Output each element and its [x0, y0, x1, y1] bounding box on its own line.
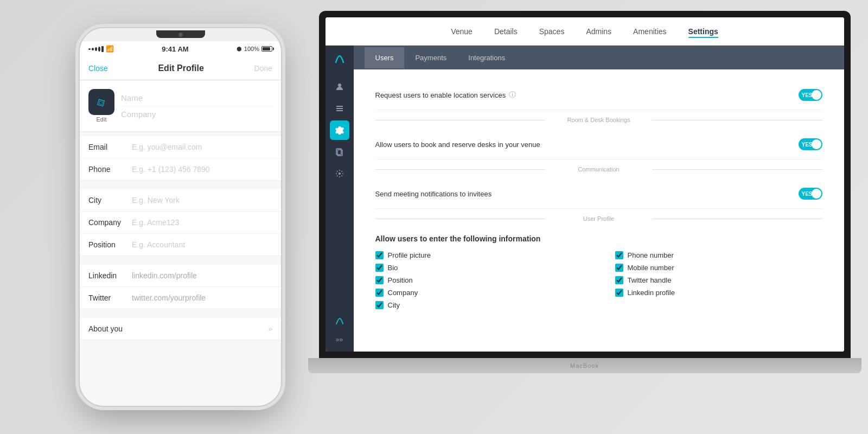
sub-tabs: Users Payments Integrations: [354, 46, 844, 69]
iphone-contact-section: Email E.g. you@email.com Phone E.g. +1 (…: [80, 136, 281, 181]
sidebar-icon-gear[interactable]: [330, 164, 349, 183]
sidebar-icon-list[interactable]: [330, 99, 349, 118]
macbook-base: [308, 358, 861, 373]
checkbox-company-input[interactable]: [375, 289, 384, 297]
sub-tab-integrations[interactable]: Integrations: [457, 47, 516, 68]
iphone-phone-input[interactable]: E.g. +1 (123) 456 7890: [132, 165, 272, 174]
location-setting-row: Request users to enable location service…: [375, 80, 822, 110]
checkbox-phone-number-input[interactable]: [615, 251, 623, 259]
checkbox-right-col: Phone number Mobile number Twitter handl…: [615, 251, 822, 309]
room-desk-setting-label: Allow users to book and reserve desks in…: [375, 141, 540, 149]
iphone-about-row[interactable]: About you »: [80, 318, 281, 340]
iphone-name-placeholder[interactable]: Name: [121, 90, 272, 106]
sidebar: »»: [326, 46, 354, 352]
iphone-email-input[interactable]: E.g. you@email.com: [132, 143, 272, 151]
checkbox-city-input[interactable]: [375, 301, 384, 309]
nav-amenities[interactable]: Amenities: [633, 25, 666, 38]
nav-admins[interactable]: Admins: [586, 25, 611, 38]
nav-venue[interactable]: Venue: [451, 25, 473, 38]
sub-tab-users[interactable]: Users: [365, 47, 405, 68]
iphone-status-bar: 📶 9:41 AM ⬢ 100%: [80, 41, 281, 56]
iphone-company-input[interactable]: E.g. Acme123: [132, 218, 272, 227]
iphone-done-button[interactable]: Done: [254, 64, 272, 73]
iphone-city-input[interactable]: E.g. New York: [132, 196, 272, 205]
checkbox-mobile-number: Mobile number: [615, 264, 822, 272]
svg-rect-1: [336, 106, 343, 107]
checkbox-phone-number-label: Phone number: [628, 251, 674, 259]
checkbox-profile-picture-label: Profile picture: [388, 251, 431, 259]
main-content: Users Payments Integrations Request user…: [354, 46, 844, 352]
checkbox-phone-number: Phone number: [615, 251, 822, 259]
checkbox-twitter-handle-input[interactable]: [615, 276, 623, 284]
iphone-twitter-row: Twitter twitter.com/yourprofile: [80, 287, 281, 309]
sub-tab-payments[interactable]: Payments: [404, 47, 457, 68]
checkbox-bio-input[interactable]: [375, 264, 384, 272]
battery-percent: 100%: [244, 46, 259, 52]
svg-rect-3: [336, 110, 343, 111]
iphone-name-fields: Name Company: [121, 90, 272, 122]
iphone-about-section: About you »: [80, 318, 281, 340]
macbook-device: Venue Details Spaces Admins Amenities Se…: [301, 0, 868, 434]
info-icon: ⓘ: [509, 90, 516, 100]
checkbox-twitter-handle: Twitter handle: [615, 276, 822, 284]
battery-icon: [261, 46, 272, 52]
iphone-edit-label[interactable]: Edit: [97, 116, 107, 123]
room-desk-toggle[interactable]: YES: [799, 138, 822, 150]
svg-point-6: [339, 173, 341, 175]
communication-toggle[interactable]: YES: [799, 188, 822, 200]
nav-settings[interactable]: Settings: [688, 25, 718, 38]
checkbox-profile-picture-input[interactable]: [375, 251, 384, 259]
svg-point-0: [338, 84, 341, 87]
iphone-linkedin-row: Linkedin linkedin.com/profile: [80, 265, 281, 287]
iphone-avatar[interactable]: ⧈: [88, 89, 114, 115]
iphone-about-label: About you: [88, 324, 132, 333]
communication-section-divider: Communication: [375, 159, 822, 179]
checkbox-mobile-number-input[interactable]: [615, 264, 623, 272]
checkbox-position-input[interactable]: [375, 276, 384, 284]
settings-content: Request users to enable location service…: [354, 69, 844, 352]
status-right-group: ⬢ 100%: [237, 46, 272, 53]
iphone-city-label: City: [88, 196, 132, 205]
bluetooth-icon: ⬢: [237, 46, 242, 53]
iphone-app-header: Close Edit Profile Done: [80, 56, 281, 80]
iphone-position-input[interactable]: E.g. Accountant: [132, 240, 272, 249]
sidebar-expand-icon[interactable]: »»: [330, 333, 349, 346]
iphone-profile-section: ⧈ Edit Name Company: [80, 80, 281, 132]
nav-spaces[interactable]: Spaces: [539, 25, 565, 38]
iphone-location-section: City E.g. New York Company E.g. Acme123 …: [80, 189, 281, 256]
sidebar-icon-settings[interactable]: [330, 120, 349, 140]
iphone-phone-row: Phone E.g. +1 (123) 456 7890: [80, 158, 281, 181]
room-desk-toggle-track[interactable]: YES: [799, 138, 822, 150]
nav-details[interactable]: Details: [494, 25, 518, 38]
app-logo-icon: ⧈: [96, 94, 107, 110]
svg-rect-2: [336, 108, 343, 109]
iphone-city-row: City E.g. New York: [80, 189, 281, 212]
checkbox-profile-picture: Profile picture: [375, 251, 583, 259]
location-setting-label: Request users to enable location service…: [375, 91, 506, 99]
location-toggle-track[interactable]: YES: [799, 89, 822, 101]
logo-icon: [334, 54, 346, 66]
iphone-body: ⧈ Edit Name Company Email E.g. you@email…: [80, 80, 281, 406]
checkbox-linkedin-profile-input[interactable]: [615, 289, 623, 297]
checkbox-linkedin-profile-label: Linkedin profile: [628, 289, 675, 297]
iphone-twitter-input[interactable]: twitter.com/yourprofile: [132, 293, 272, 302]
macbook-screen: Venue Details Spaces Admins Amenities Se…: [326, 17, 844, 352]
user-profile-section-divider: User Profile: [375, 209, 822, 228]
iphone-position-row: Position E.g. Accountant: [80, 234, 281, 256]
sidebar-logo-bottom[interactable]: [330, 311, 349, 331]
iphone-close-button[interactable]: Close: [88, 64, 108, 73]
checkbox-left-col: Profile picture Bio Position: [375, 251, 583, 309]
iphone-linkedin-label: Linkedin: [88, 271, 132, 280]
iphone-linkedin-input[interactable]: linkedin.com/profile: [132, 271, 272, 280]
iphone-company-placeholder[interactable]: Company: [121, 106, 272, 122]
user-profile-allow-label: Allow users to enter the following infor…: [375, 234, 541, 243]
checkbox-bio-label: Bio: [388, 264, 398, 272]
checkbox-city-label: City: [388, 301, 400, 309]
iphone-company-row: Company E.g. Acme123: [80, 212, 281, 234]
sidebar-icon-user[interactable]: [330, 77, 349, 97]
iphone-camera: [178, 33, 183, 37]
sidebar-icon-copy[interactable]: [330, 142, 349, 162]
room-desk-toggle-yes: YES: [802, 142, 813, 148]
communication-toggle-track[interactable]: YES: [799, 188, 822, 200]
location-toggle[interactable]: YES: [799, 89, 822, 101]
